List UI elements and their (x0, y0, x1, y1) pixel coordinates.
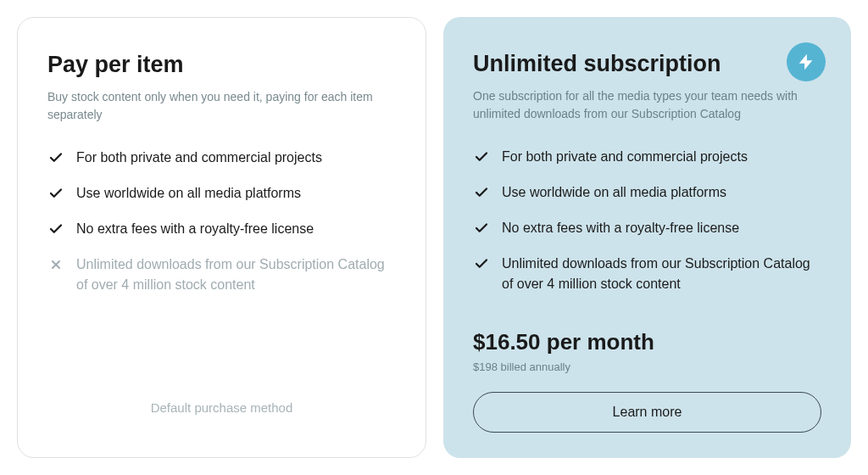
feature-item: Use worldwide on all media platforms (473, 182, 821, 203)
feature-text: Unlimited downloads from our Subscriptio… (76, 254, 396, 295)
check-icon (473, 220, 490, 237)
feature-item: For both private and commercial projects (473, 147, 821, 167)
plan-price: $16.50 per month (473, 329, 821, 355)
feature-list: For both private and commercial projects… (47, 148, 396, 310)
feature-item: No extra fees with a royalty-free licens… (473, 218, 821, 238)
bolt-icon (787, 42, 826, 81)
feature-item: No extra fees with a royalty-free licens… (47, 219, 396, 239)
learn-more-button[interactable]: Learn more (473, 392, 821, 433)
plan-title: Unlimited subscription (473, 51, 821, 77)
check-icon (47, 185, 64, 202)
check-icon (473, 255, 490, 272)
feature-item: For both private and commercial projects (47, 148, 396, 168)
check-icon (47, 149, 64, 166)
plan-title: Pay per item (47, 52, 396, 78)
feature-item: Use worldwide on all media platforms (47, 183, 396, 204)
check-icon (473, 148, 490, 165)
feature-list: For both private and commercial projects… (473, 147, 821, 310)
pricing-card-unlimited: Unlimited subscription One subscription … (443, 17, 851, 458)
feature-item-excluded: Unlimited downloads from our Subscriptio… (47, 254, 396, 295)
feature-text: Unlimited downloads from our Subscriptio… (502, 254, 821, 294)
feature-text: Use worldwide on all media platforms (502, 182, 821, 203)
plan-price-sub: $198 billed annually (473, 360, 821, 373)
plan-description: One subscription for all the media types… (473, 87, 821, 123)
check-icon (473, 184, 490, 201)
feature-text: Use worldwide on all media platforms (76, 183, 396, 204)
pricing-card-pay-per-item: Pay per item Buy stock content only when… (17, 17, 426, 458)
feature-item: Unlimited downloads from our Subscriptio… (473, 254, 821, 294)
feature-text: No extra fees with a royalty-free licens… (76, 219, 396, 239)
x-icon (47, 256, 64, 273)
feature-text: For both private and commercial projects (502, 147, 821, 167)
plan-description: Buy stock content only when you need it,… (47, 88, 396, 124)
feature-text: For both private and commercial projects (76, 148, 396, 168)
check-icon (47, 221, 64, 238)
feature-text: No extra fees with a royalty-free licens… (502, 218, 821, 238)
default-method-label: Default purchase method (47, 390, 396, 432)
